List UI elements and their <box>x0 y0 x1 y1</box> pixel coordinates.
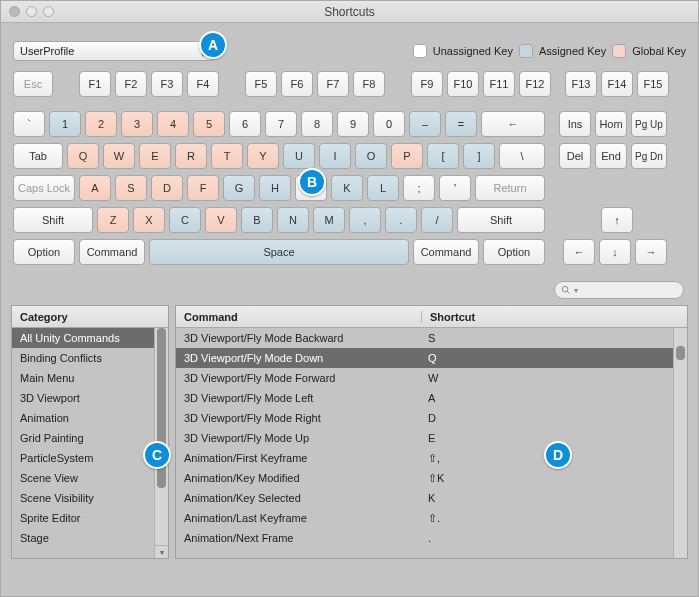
key-f6[interactable]: F6 <box>281 71 313 97</box>
category-item[interactable]: All Unity Commands <box>12 328 154 348</box>
category-item[interactable]: Main Menu <box>12 368 154 388</box>
key-lcommand[interactable]: Command <box>79 239 145 265</box>
key-p[interactable]: P <box>391 143 423 169</box>
key-3[interactable]: 3 <box>121 111 153 137</box>
key-f4[interactable]: F4 <box>187 71 219 97</box>
key-left[interactable]: ← <box>563 239 595 265</box>
key-f[interactable]: F <box>187 175 219 201</box>
category-item[interactable]: Grid Painting <box>12 428 154 448</box>
key-f7[interactable]: F7 <box>317 71 349 97</box>
key-f14[interactable]: F14 <box>601 71 633 97</box>
key-q[interactable]: Q <box>67 143 99 169</box>
key-down[interactable]: ↓ <box>599 239 631 265</box>
key-f11[interactable]: F11 <box>483 71 515 97</box>
key-l[interactable]: L <box>367 175 399 201</box>
key-f13[interactable]: F13 <box>565 71 597 97</box>
key-4[interactable]: 4 <box>157 111 189 137</box>
key-f5[interactable]: F5 <box>245 71 277 97</box>
search-input[interactable]: ▾ <box>554 281 684 299</box>
key-8[interactable]: 8 <box>301 111 333 137</box>
key-h[interactable]: H <box>259 175 291 201</box>
key-f2[interactable]: F2 <box>115 71 147 97</box>
command-row[interactable]: 3D Viewport/Fly Mode RightD <box>176 408 673 428</box>
key-s[interactable]: S <box>115 175 147 201</box>
command-list[interactable]: 3D Viewport/Fly Mode BackwardS3D Viewpor… <box>176 328 687 558</box>
category-item[interactable]: 3D Viewport <box>12 388 154 408</box>
category-item[interactable]: Sprite Editor <box>12 508 154 528</box>
key-f3[interactable]: F3 <box>151 71 183 97</box>
category-item[interactable]: Binding Conflicts <box>12 348 154 368</box>
key-period[interactable]: . <box>385 207 417 233</box>
key-f8[interactable]: F8 <box>353 71 385 97</box>
key-backslash[interactable]: \ <box>499 143 545 169</box>
command-row[interactable]: Animation/Next Frame. <box>176 528 673 548</box>
key-2[interactable]: 2 <box>85 111 117 137</box>
key-rcommand[interactable]: Command <box>413 239 479 265</box>
command-row[interactable]: Animation/Last Keyframe⇧. <box>176 508 673 528</box>
key-return[interactable]: Return <box>475 175 545 201</box>
key-up[interactable]: ↑ <box>601 207 633 233</box>
key-t[interactable]: T <box>211 143 243 169</box>
key-capslock[interactable]: Caps Lock <box>13 175 75 201</box>
key-5[interactable]: 5 <box>193 111 225 137</box>
category-item[interactable]: Animation <box>12 408 154 428</box>
key-9[interactable]: 9 <box>337 111 369 137</box>
scrollbar-thumb[interactable] <box>676 346 685 360</box>
key-pgup[interactable]: Pg Up <box>631 111 667 137</box>
key-m[interactable]: M <box>313 207 345 233</box>
key-0[interactable]: 0 <box>373 111 405 137</box>
key-f15[interactable]: F15 <box>637 71 669 97</box>
key-slash[interactable]: / <box>421 207 453 233</box>
command-row[interactable]: 3D Viewport/Fly Mode LeftA <box>176 388 673 408</box>
key-minus[interactable]: – <box>409 111 441 137</box>
command-row[interactable]: 3D Viewport/Fly Mode DownQ <box>176 348 673 368</box>
key-esc[interactable]: Esc <box>13 71 53 97</box>
key-n[interactable]: N <box>277 207 309 233</box>
command-row[interactable]: Animation/Key SelectedK <box>176 488 673 508</box>
category-item[interactable]: Scene View <box>12 468 154 488</box>
command-row[interactable]: 3D Viewport/Fly Mode UpE <box>176 428 673 448</box>
key-semicolon[interactable]: ; <box>403 175 435 201</box>
key-backtick[interactable]: ` <box>13 111 45 137</box>
category-list[interactable]: All Unity CommandsBinding ConflictsMain … <box>12 328 168 558</box>
command-scrollbar[interactable] <box>673 328 687 558</box>
key-i[interactable]: I <box>319 143 351 169</box>
key-d[interactable]: D <box>151 175 183 201</box>
category-item[interactable]: Scene Visibility <box>12 488 154 508</box>
command-row[interactable]: Animation/Key Modified⇧K <box>176 468 673 488</box>
key-x[interactable]: X <box>133 207 165 233</box>
key-f9[interactable]: F9 <box>411 71 443 97</box>
key-w[interactable]: W <box>103 143 135 169</box>
key-f10[interactable]: F10 <box>447 71 479 97</box>
key-home[interactable]: Hom <box>595 111 627 137</box>
key-lshift[interactable]: Shift <box>13 207 93 233</box>
key-r[interactable]: R <box>175 143 207 169</box>
key-roption[interactable]: Option <box>483 239 545 265</box>
key-rbracket[interactable]: ] <box>463 143 495 169</box>
key-a[interactable]: A <box>79 175 111 201</box>
key-u[interactable]: U <box>283 143 315 169</box>
key-c[interactable]: C <box>169 207 201 233</box>
key-g[interactable]: G <box>223 175 255 201</box>
key-y[interactable]: Y <box>247 143 279 169</box>
category-item[interactable]: ParticleSystem <box>12 448 154 468</box>
key-1[interactable]: 1 <box>49 111 81 137</box>
key-b[interactable]: B <box>241 207 273 233</box>
key-pgdn[interactable]: Pg Dn <box>631 143 667 169</box>
command-row[interactable]: 3D Viewport/Fly Mode BackwardS <box>176 328 673 348</box>
key-comma[interactable]: , <box>349 207 381 233</box>
key-end[interactable]: End <box>595 143 627 169</box>
key-f1[interactable]: F1 <box>79 71 111 97</box>
category-item[interactable]: Stage <box>12 528 154 548</box>
profile-dropdown[interactable]: UserProfile ▴▾ <box>13 41 213 61</box>
key-right[interactable]: → <box>635 239 667 265</box>
command-row[interactable]: 3D Viewport/Fly Mode ForwardW <box>176 368 673 388</box>
key-f12[interactable]: F12 <box>519 71 551 97</box>
key-equals[interactable]: = <box>445 111 477 137</box>
key-tab[interactable]: Tab <box>13 143 63 169</box>
key-del[interactable]: Del <box>559 143 591 169</box>
command-row[interactable]: Animation/First Keyframe⇧, <box>176 448 673 468</box>
scroll-down-icon[interactable]: ▾ <box>155 545 168 558</box>
key-ins[interactable]: Ins <box>559 111 591 137</box>
key-o[interactable]: O <box>355 143 387 169</box>
